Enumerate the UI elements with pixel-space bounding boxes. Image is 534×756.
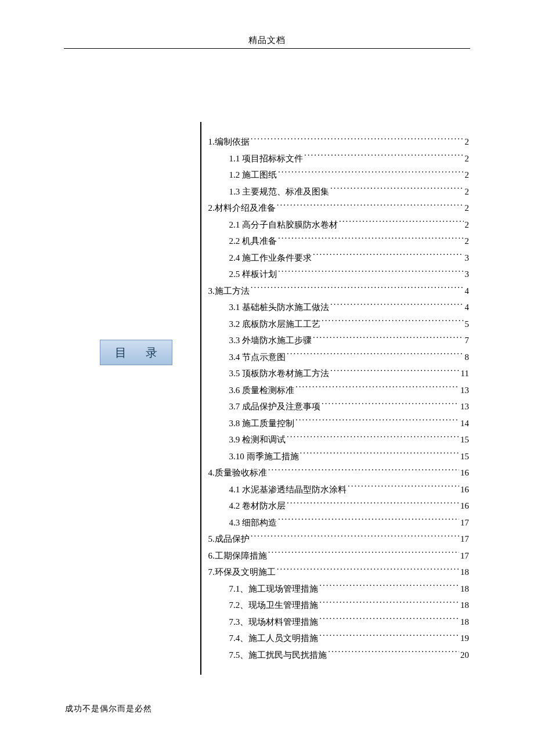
toc-entry-page: 7	[465, 332, 470, 349]
toc-leader-dots	[328, 649, 459, 658]
page-header: 精品文档	[0, 0, 534, 49]
toc-title-badge: 目 录	[100, 340, 172, 365]
toc-entry-page: 18	[460, 581, 469, 597]
toc-entry-label: 1.3 主要规范、标准及图集	[229, 183, 330, 200]
toc-entry-page: 14	[460, 415, 469, 432]
toc-entry-label: 4.质量验收标准	[208, 465, 267, 481]
toc-entry-page: 13	[460, 398, 469, 415]
toc-entry: 7.5、施工扰民与民扰措施20	[208, 647, 470, 664]
toc-entry-page: 8	[465, 349, 470, 366]
toc-leader-dots	[277, 202, 464, 211]
toc-leader-dots	[348, 484, 459, 492]
toc-entry-page: 2	[465, 200, 470, 217]
toc-entry: 4.3 细部构造17	[208, 514, 470, 531]
toc-entry-label: 4.1 水泥基渗透结晶型防水涂料	[229, 481, 347, 498]
content-area: 目 录 1.编制依据21.1 项目招标标文件21.2 施工图纸21.3 主要规范…	[0, 116, 534, 681]
toc-entry-label: 7.1、施工现场管理措施	[229, 581, 319, 597]
toc-entry-label: 7.4、施工人员文明措施	[229, 630, 319, 647]
toc-entry: 1.1 项目招标标文件2	[208, 150, 470, 167]
toc-leader-dots	[295, 384, 459, 393]
toc-entry: 3.3 外墙防水施工步骤7	[208, 332, 470, 349]
toc-entry-label: 4.2 卷材防水层	[229, 498, 286, 514]
toc-entry-label: 2.1 高分子自粘胶膜防水卷材	[229, 217, 338, 233]
toc-leader-dots	[300, 451, 460, 459]
toc-entry-page: 16	[460, 498, 469, 514]
toc-entry-page: 5	[465, 316, 470, 333]
toc-entry-page: 2	[465, 183, 470, 200]
toc-entry: 7.环保及文明施工18	[208, 564, 470, 581]
toc-leader-dots	[322, 318, 464, 327]
toc-entry-page: 13	[460, 382, 469, 399]
toc-leader-dots	[319, 632, 459, 641]
toc-entry: 3.1 基础桩头防水施工做法4	[208, 299, 470, 316]
toc-entry-page: 20	[460, 647, 469, 664]
toc-entry-label: 2.4 施工作业条件要求	[229, 250, 312, 267]
toc-entry: 3.8 施工质量控制14	[208, 415, 470, 432]
toc-entry-label: 1.1 项目招标标文件	[229, 150, 304, 167]
toc-entry-page: 17	[460, 548, 469, 564]
toc-entry-label: 2.2 机具准备	[229, 233, 277, 250]
toc-entry: 2.4 施工作业条件要求3	[208, 250, 470, 267]
toc-entry-label: 3.5 顶板防水卷材施工方法	[229, 365, 330, 382]
header-rule	[64, 48, 470, 49]
toc-entry-label: 2.5 样板计划	[229, 266, 277, 283]
toc-entry-label: 7.5、施工扰民与民扰措施	[229, 647, 327, 664]
toc-list: 1.编制依据21.1 项目招标标文件21.2 施工图纸21.3 主要规范、标准及…	[201, 116, 535, 681]
page-footer: 成功不是偶尔而是必然	[65, 704, 152, 714]
toc-leader-dots	[268, 550, 459, 559]
toc-entry-page: 2	[465, 150, 470, 167]
toc-leader-dots	[339, 219, 464, 228]
toc-entry: 3.4 节点示意图8	[208, 349, 470, 366]
toc-entry-page: 3	[465, 266, 470, 283]
toc-leader-dots	[330, 186, 464, 195]
toc-leader-dots	[278, 235, 464, 244]
toc-entry-page: 19	[460, 630, 469, 647]
toc-entry-label: 3.1 基础桩头防水施工做法	[229, 299, 330, 316]
toc-entry-label: 3.2 底板防水层施工工艺	[229, 316, 321, 333]
toc-entry: 4.2 卷材防水层16	[208, 498, 470, 514]
toc-leader-dots	[313, 334, 464, 343]
toc-leader-dots	[304, 153, 464, 161]
toc-leader-dots	[278, 169, 464, 178]
toc-entry-label: 7.环保及文明施工	[208, 564, 276, 581]
toc-entry: 3.5 顶板防水卷材施工方法11	[208, 365, 470, 382]
toc-leader-dots	[319, 583, 459, 592]
toc-entry-page: 2	[465, 134, 470, 150]
toc-entry-page: 4	[465, 283, 470, 300]
toc-leader-dots	[322, 401, 459, 409]
toc-entry-page: 4	[465, 299, 470, 316]
header-title: 精品文档	[0, 35, 534, 48]
toc-entry-page: 2	[465, 167, 470, 183]
toc-entry-label: 7.3、现场材料管理措施	[229, 614, 319, 631]
toc-leader-dots	[330, 368, 460, 376]
toc-entry: 3.7 成品保护及注意事项13	[208, 398, 470, 415]
toc-entry: 3.10 雨季施工措施15	[208, 448, 470, 465]
toc-leader-dots	[330, 301, 464, 310]
toc-entry: 2.2 机具准备2	[208, 233, 470, 250]
toc-entry-label: 3.施工方法	[208, 283, 250, 300]
toc-entry-label: 1.编制依据	[208, 134, 250, 150]
toc-entry-page: 17	[460, 531, 469, 548]
toc-leader-dots	[287, 434, 459, 442]
toc-entry-label: 3.3 外墙防水施工步骤	[229, 332, 312, 349]
toc-entry-page: 11	[461, 365, 469, 382]
toc-entry-page: 2	[465, 233, 470, 250]
toc-leader-dots	[319, 599, 459, 608]
toc-entry-label: 6.工期保障措施	[208, 548, 267, 564]
toc-leader-dots	[251, 136, 464, 145]
toc-entry: 1.3 主要规范、标准及图集2	[208, 183, 470, 200]
toc-entry-label: 5.成品保护	[208, 531, 250, 548]
toc-entry-page: 16	[460, 481, 469, 498]
toc-entry: 7.1、施工现场管理措施18	[208, 581, 470, 597]
toc-entry: 3.9 检测和调试15	[208, 431, 470, 448]
toc-entry-label: 3.7 成品保护及注意事项	[229, 398, 321, 415]
toc-leader-dots	[295, 417, 459, 426]
toc-leader-dots	[313, 252, 464, 261]
toc-entry-page: 17	[460, 514, 469, 531]
toc-leader-dots	[319, 616, 459, 625]
toc-entry-page: 18	[460, 614, 469, 631]
toc-entry: 2.5 样板计划3	[208, 266, 470, 283]
toc-entry-label: 3.9 检测和调试	[229, 431, 286, 448]
toc-leader-dots	[287, 351, 464, 360]
toc-entry-page: 16	[460, 465, 469, 481]
